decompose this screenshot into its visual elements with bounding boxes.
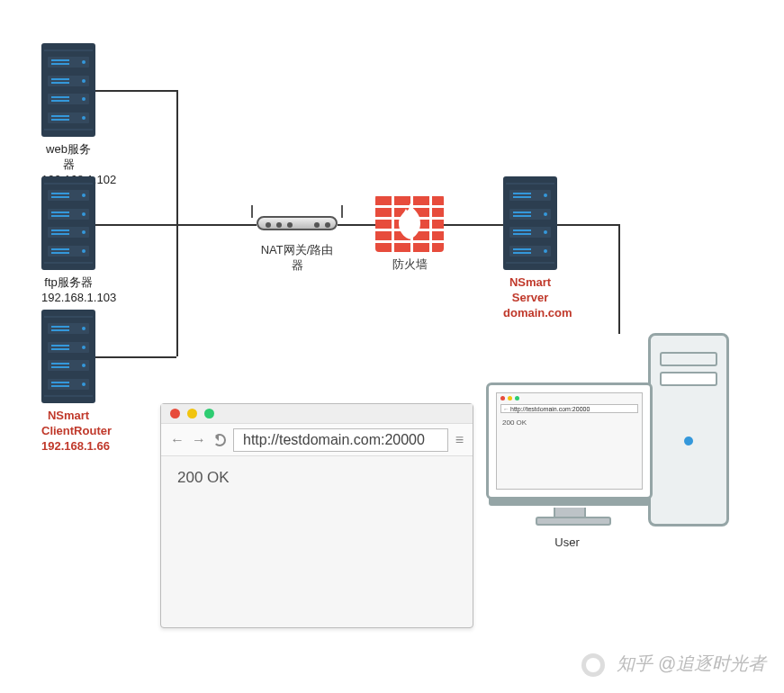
- line-router-to-firewall: [338, 224, 375, 226]
- server-icon: [41, 176, 95, 270]
- traffic-light-close-icon: [500, 396, 505, 400]
- desktop-icon: http://testdomain.com:20000 200 OK: [486, 333, 729, 526]
- forward-button[interactable]: →: [192, 432, 206, 448]
- ftp-server-name: ftp服务器: [41, 275, 95, 291]
- mini-browser-body: 200 OK: [497, 415, 642, 430]
- back-button[interactable]: ←: [170, 432, 185, 448]
- browser-titlebar: [161, 404, 473, 424]
- firewall-node: 防火墙: [375, 194, 444, 273]
- ftp-server-node: ftp服务器 192.168.1.103: [41, 176, 95, 306]
- web-server-node: web服务器 192.168.1.102: [41, 43, 95, 188]
- mini-browser: http://testdomain.com:20000 200 OK: [496, 392, 643, 490]
- user-node: http://testdomain.com:20000 200 OK User: [486, 333, 729, 551]
- firewall-icon: [375, 194, 444, 252]
- line-bus-to-router: [176, 224, 257, 226]
- wechat-logo-icon: [581, 653, 605, 677]
- web-server-name: web服务器: [41, 142, 95, 173]
- nsmart-client-node: NSmart ClientRouter 192.168.1.66: [41, 310, 95, 454]
- user-label: User: [486, 536, 648, 551]
- line-ftp-to-bus: [95, 224, 176, 226]
- line-client-to-bus: [95, 356, 176, 358]
- ftp-server-ip: 192.168.1.103: [41, 291, 95, 306]
- monitor-icon: http://testdomain.com:20000 200 OK: [486, 382, 653, 500]
- server-icon: [503, 176, 557, 270]
- line-nsmart-to-user-h: [557, 224, 620, 226]
- traffic-light-max-icon[interactable]: [204, 409, 214, 418]
- traffic-light-max-icon: [515, 396, 519, 400]
- traffic-light-min-icon[interactable]: [187, 409, 197, 418]
- reload-button[interactable]: [213, 434, 226, 446]
- nsmart-client-sub: ClientRouter: [41, 424, 95, 439]
- router-icon: [257, 216, 338, 230]
- nsmart-client-ip: 192.168.1.66: [41, 439, 95, 454]
- nsmart-client-name: NSmart: [41, 409, 95, 424]
- browser-window: ← → http://testdomain.com:20000 ≡ 200 OK: [160, 403, 473, 628]
- line-nsmart-to-user-v: [618, 224, 620, 334]
- browser-toolbar: ← → http://testdomain.com:20000 ≡: [161, 424, 473, 456]
- line-firewall-to-nsmart: [444, 224, 503, 226]
- router-label: NAT网关/路由器: [257, 243, 338, 274]
- watermark: 知乎 @追逐时光者: [581, 652, 766, 677]
- line-web-to-bus: [95, 90, 176, 92]
- router-node: NAT网关/路由器: [257, 216, 338, 274]
- nsmart-server-host: domain.com: [503, 306, 557, 321]
- nsmart-server-node: NSmart Server domain.com: [503, 176, 557, 321]
- server-icon: [41, 43, 95, 137]
- menu-icon[interactable]: ≡: [455, 432, 464, 448]
- address-bar[interactable]: http://testdomain.com:20000: [233, 428, 448, 452]
- line-bus-vertical: [176, 90, 178, 356]
- pc-tower-icon: [648, 333, 729, 526]
- firewall-label: 防火墙: [375, 257, 444, 273]
- server-icon: [41, 310, 95, 403]
- traffic-light-min-icon: [508, 396, 512, 400]
- browser-body: 200 OK: [161, 456, 473, 500]
- nsmart-server-sub: Server: [503, 291, 557, 306]
- mini-address-bar: http://testdomain.com:20000: [500, 404, 638, 413]
- watermark-text: 知乎 @追逐时光者: [617, 653, 766, 673]
- flame-icon: [393, 202, 426, 241]
- traffic-light-close-icon[interactable]: [170, 409, 180, 418]
- nsmart-server-name: NSmart: [503, 275, 557, 291]
